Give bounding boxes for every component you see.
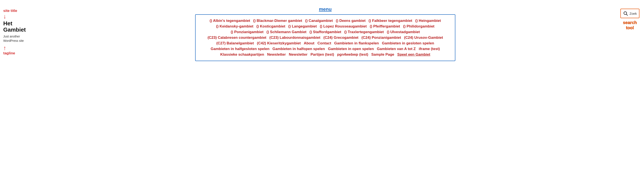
nav-link-philidor[interactable]: () Philidorgambiet (403, 24, 434, 29)
search-area: Zoek searchtool (616, 4, 644, 35)
nav-link-calabresen[interactable]: (C23) Calabresen countergambiet (208, 35, 266, 40)
nav-link-canal[interactable]: () Canalgambiet (305, 19, 333, 23)
nav-link-kieseritz[interactable]: (C42) Kieseritzkygambiet (257, 41, 301, 45)
nav-link-ulvestad[interactable]: () Ulvestadgambiet (387, 30, 420, 34)
nav-link-sample[interactable]: Sample Page (371, 52, 394, 57)
navigation-box: () Albin's tegengambiet () Blackmar-Diem… (195, 14, 455, 61)
nav-link-albins[interactable]: () Albin's tegengambiet (210, 19, 250, 23)
nav-link-greco[interactable]: (C24) Grecogambiet (323, 35, 358, 40)
nav-link-kostic[interactable]: () Kosticgambiet (256, 24, 285, 29)
nav-link-labourdon[interactable]: (C23) Labourdonnaisgambiet (269, 35, 320, 40)
nav-link-newsletter1[interactable]: Newsletter (267, 52, 286, 57)
nav-links: () Albin's tegengambiet () Blackmar-Diem… (200, 19, 450, 57)
nav-link-klassieke[interactable]: Klassieke schaakpartijen (220, 52, 264, 57)
search-button-label: Zoek (630, 12, 637, 15)
nav-link-contact[interactable]: Contact (318, 41, 331, 45)
nav-link-schliemann[interactable]: () Schliemann Gambiet (266, 30, 306, 34)
nav-link-balan[interactable]: (C27) Balanelgambiet (216, 41, 254, 45)
nav-link-urusov[interactable]: (C24) Urusov-Gambiet (404, 35, 443, 40)
nav-link-about[interactable]: About (304, 41, 314, 45)
nav-link-keidansky[interactable]: () Keidansky-gambiet (216, 24, 253, 29)
search-icon (623, 11, 628, 16)
nav-link-gesloten[interactable]: Gambieten in gesloten spelen (382, 41, 434, 45)
nav-link-hein[interactable]: () Heingambiet (415, 19, 441, 23)
nav-link-c24-ponziani[interactable]: (C24) Ponzianigambiet (362, 35, 401, 40)
sidebar: site title ↓ Het Gambiet Just another Wo… (0, 4, 35, 60)
tagline-annotation-label: tagline (3, 51, 15, 55)
nav-link-lopez[interactable]: () Lopez Rousseaugambiet (320, 24, 367, 29)
nav-link-blackmar[interactable]: () Blackmar-Diemer gambiet (253, 19, 302, 23)
svg-line-1 (626, 14, 628, 15)
tagline-arrow-section: ↑ tagline (3, 45, 32, 55)
nav-link-falkbeer[interactable]: () Falkbeer tegengambiet (368, 19, 412, 23)
nav-link-atoz[interactable]: Gambieten van A tot Z (377, 47, 416, 51)
nav-link-halfgesloten[interactable]: Gambieten in halfgesloten spelen (210, 47, 269, 51)
nav-link-halfopen[interactable]: Gambieten in halfopen spelen (272, 47, 325, 51)
nav-link-pgn4web[interactable]: pgn4webwp (test) (337, 52, 368, 57)
nav-link-flank[interactable]: Gambieten in flankspelen (334, 41, 379, 45)
nav-link-stafford[interactable]: () Staffordgambiet (310, 30, 341, 34)
tagline-arrow-icon: ↑ (3, 45, 6, 51)
site-tagline: Just another WordPress site (3, 34, 32, 43)
search-button[interactable]: Zoek (620, 9, 639, 18)
site-title[interactable]: Het Gambiet (3, 20, 32, 33)
main-content: menu () Albin's tegengambiet () Blackmar… (35, 4, 616, 63)
nav-link-ponziani[interactable]: () Ponzianigambiet (231, 30, 264, 34)
nav-link-lange[interactable]: () Langegambiet (288, 24, 317, 29)
nav-link-iframe[interactable]: iframe (test) (419, 47, 440, 51)
nav-link-newsletter2[interactable]: Newsletter (289, 52, 308, 57)
site-title-arrow-icon: ↓ (3, 13, 6, 19)
nav-link-pfeiffer[interactable]: () Pfeiffergambiet (370, 24, 400, 29)
search-tool-annotation: searchtool (623, 20, 637, 30)
nav-link-traxler[interactable]: () Traxlertegengambiet (344, 30, 384, 34)
nav-link-open[interactable]: Gambieten in open spelen (328, 47, 374, 51)
nav-link-partijen[interactable]: Partijen (test) (310, 52, 334, 57)
nav-link-speel[interactable]: Speel een Gambiet (397, 52, 430, 57)
site-title-annotation-label: site title (3, 9, 17, 13)
nav-link-deens[interactable]: () Deens gambiet (336, 19, 366, 23)
menu-label: menu (319, 6, 332, 12)
